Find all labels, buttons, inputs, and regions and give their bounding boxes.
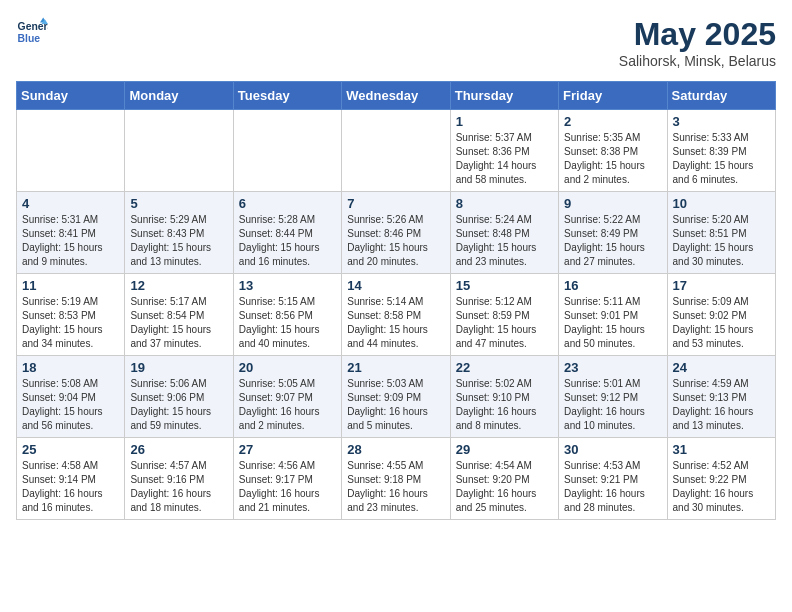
day-number: 6 [239, 196, 336, 211]
day-info: Sunrise: 5:08 AM Sunset: 9:04 PM Dayligh… [22, 377, 119, 433]
day-number: 17 [673, 278, 770, 293]
table-row: 20Sunrise: 5:05 AM Sunset: 9:07 PM Dayli… [233, 356, 341, 438]
day-number: 30 [564, 442, 661, 457]
col-sunday: Sunday [17, 82, 125, 110]
day-number: 7 [347, 196, 444, 211]
calendar-table: Sunday Monday Tuesday Wednesday Thursday… [16, 81, 776, 520]
day-info: Sunrise: 5:29 AM Sunset: 8:43 PM Dayligh… [130, 213, 227, 269]
table-row: 6Sunrise: 5:28 AM Sunset: 8:44 PM Daylig… [233, 192, 341, 274]
day-number: 5 [130, 196, 227, 211]
day-number: 12 [130, 278, 227, 293]
table-row: 24Sunrise: 4:59 AM Sunset: 9:13 PM Dayli… [667, 356, 775, 438]
day-info: Sunrise: 5:33 AM Sunset: 8:39 PM Dayligh… [673, 131, 770, 187]
table-row: 13Sunrise: 5:15 AM Sunset: 8:56 PM Dayli… [233, 274, 341, 356]
day-number: 22 [456, 360, 553, 375]
calendar-week-row: 18Sunrise: 5:08 AM Sunset: 9:04 PM Dayli… [17, 356, 776, 438]
day-info: Sunrise: 5:12 AM Sunset: 8:59 PM Dayligh… [456, 295, 553, 351]
day-number: 18 [22, 360, 119, 375]
day-number: 13 [239, 278, 336, 293]
day-info: Sunrise: 5:14 AM Sunset: 8:58 PM Dayligh… [347, 295, 444, 351]
day-info: Sunrise: 4:56 AM Sunset: 9:17 PM Dayligh… [239, 459, 336, 515]
day-number: 4 [22, 196, 119, 211]
table-row: 4Sunrise: 5:31 AM Sunset: 8:41 PM Daylig… [17, 192, 125, 274]
table-row: 25Sunrise: 4:58 AM Sunset: 9:14 PM Dayli… [17, 438, 125, 520]
day-number: 27 [239, 442, 336, 457]
day-number: 19 [130, 360, 227, 375]
day-number: 16 [564, 278, 661, 293]
table-row: 21Sunrise: 5:03 AM Sunset: 9:09 PM Dayli… [342, 356, 450, 438]
day-number: 26 [130, 442, 227, 457]
day-number: 10 [673, 196, 770, 211]
calendar-week-row: 11Sunrise: 5:19 AM Sunset: 8:53 PM Dayli… [17, 274, 776, 356]
day-info: Sunrise: 5:19 AM Sunset: 8:53 PM Dayligh… [22, 295, 119, 351]
day-info: Sunrise: 5:26 AM Sunset: 8:46 PM Dayligh… [347, 213, 444, 269]
col-monday: Monday [125, 82, 233, 110]
col-wednesday: Wednesday [342, 82, 450, 110]
table-row: 2Sunrise: 5:35 AM Sunset: 8:38 PM Daylig… [559, 110, 667, 192]
table-row: 31Sunrise: 4:52 AM Sunset: 9:22 PM Dayli… [667, 438, 775, 520]
day-info: Sunrise: 5:35 AM Sunset: 8:38 PM Dayligh… [564, 131, 661, 187]
table-row: 18Sunrise: 5:08 AM Sunset: 9:04 PM Dayli… [17, 356, 125, 438]
table-row: 17Sunrise: 5:09 AM Sunset: 9:02 PM Dayli… [667, 274, 775, 356]
day-info: Sunrise: 5:06 AM Sunset: 9:06 PM Dayligh… [130, 377, 227, 433]
day-number: 29 [456, 442, 553, 457]
title-area: May 2025 Salihorsk, Minsk, Belarus [619, 16, 776, 69]
table-row [125, 110, 233, 192]
calendar-header-row: Sunday Monday Tuesday Wednesday Thursday… [17, 82, 776, 110]
day-number: 3 [673, 114, 770, 129]
day-number: 24 [673, 360, 770, 375]
day-info: Sunrise: 4:55 AM Sunset: 9:18 PM Dayligh… [347, 459, 444, 515]
day-info: Sunrise: 5:02 AM Sunset: 9:10 PM Dayligh… [456, 377, 553, 433]
table-row: 5Sunrise: 5:29 AM Sunset: 8:43 PM Daylig… [125, 192, 233, 274]
col-thursday: Thursday [450, 82, 558, 110]
col-tuesday: Tuesday [233, 82, 341, 110]
table-row: 22Sunrise: 5:02 AM Sunset: 9:10 PM Dayli… [450, 356, 558, 438]
day-number: 11 [22, 278, 119, 293]
table-row: 15Sunrise: 5:12 AM Sunset: 8:59 PM Dayli… [450, 274, 558, 356]
table-row: 8Sunrise: 5:24 AM Sunset: 8:48 PM Daylig… [450, 192, 558, 274]
table-row: 26Sunrise: 4:57 AM Sunset: 9:16 PM Dayli… [125, 438, 233, 520]
month-title: May 2025 [619, 16, 776, 53]
day-info: Sunrise: 4:54 AM Sunset: 9:20 PM Dayligh… [456, 459, 553, 515]
day-info: Sunrise: 5:28 AM Sunset: 8:44 PM Dayligh… [239, 213, 336, 269]
day-number: 28 [347, 442, 444, 457]
table-row [342, 110, 450, 192]
day-number: 2 [564, 114, 661, 129]
table-row: 9Sunrise: 5:22 AM Sunset: 8:49 PM Daylig… [559, 192, 667, 274]
table-row: 14Sunrise: 5:14 AM Sunset: 8:58 PM Dayli… [342, 274, 450, 356]
day-number: 15 [456, 278, 553, 293]
day-info: Sunrise: 4:59 AM Sunset: 9:13 PM Dayligh… [673, 377, 770, 433]
day-info: Sunrise: 5:20 AM Sunset: 8:51 PM Dayligh… [673, 213, 770, 269]
col-friday: Friday [559, 82, 667, 110]
day-number: 8 [456, 196, 553, 211]
header: General Blue May 2025 Salihorsk, Minsk, … [16, 16, 776, 69]
day-info: Sunrise: 4:57 AM Sunset: 9:16 PM Dayligh… [130, 459, 227, 515]
table-row: 1Sunrise: 5:37 AM Sunset: 8:36 PM Daylig… [450, 110, 558, 192]
day-number: 21 [347, 360, 444, 375]
day-number: 9 [564, 196, 661, 211]
calendar-week-row: 4Sunrise: 5:31 AM Sunset: 8:41 PM Daylig… [17, 192, 776, 274]
day-number: 1 [456, 114, 553, 129]
col-saturday: Saturday [667, 82, 775, 110]
day-info: Sunrise: 5:11 AM Sunset: 9:01 PM Dayligh… [564, 295, 661, 351]
calendar-week-row: 1Sunrise: 5:37 AM Sunset: 8:36 PM Daylig… [17, 110, 776, 192]
day-info: Sunrise: 5:37 AM Sunset: 8:36 PM Dayligh… [456, 131, 553, 187]
table-row: 11Sunrise: 5:19 AM Sunset: 8:53 PM Dayli… [17, 274, 125, 356]
day-info: Sunrise: 4:58 AM Sunset: 9:14 PM Dayligh… [22, 459, 119, 515]
day-info: Sunrise: 4:53 AM Sunset: 9:21 PM Dayligh… [564, 459, 661, 515]
day-number: 14 [347, 278, 444, 293]
day-info: Sunrise: 5:31 AM Sunset: 8:41 PM Dayligh… [22, 213, 119, 269]
day-number: 31 [673, 442, 770, 457]
table-row: 29Sunrise: 4:54 AM Sunset: 9:20 PM Dayli… [450, 438, 558, 520]
table-row: 27Sunrise: 4:56 AM Sunset: 9:17 PM Dayli… [233, 438, 341, 520]
day-number: 25 [22, 442, 119, 457]
table-row [17, 110, 125, 192]
calendar-week-row: 25Sunrise: 4:58 AM Sunset: 9:14 PM Dayli… [17, 438, 776, 520]
day-number: 23 [564, 360, 661, 375]
table-row: 12Sunrise: 5:17 AM Sunset: 8:54 PM Dayli… [125, 274, 233, 356]
day-info: Sunrise: 5:22 AM Sunset: 8:49 PM Dayligh… [564, 213, 661, 269]
day-info: Sunrise: 4:52 AM Sunset: 9:22 PM Dayligh… [673, 459, 770, 515]
table-row: 3Sunrise: 5:33 AM Sunset: 8:39 PM Daylig… [667, 110, 775, 192]
table-row: 7Sunrise: 5:26 AM Sunset: 8:46 PM Daylig… [342, 192, 450, 274]
day-info: Sunrise: 5:03 AM Sunset: 9:09 PM Dayligh… [347, 377, 444, 433]
